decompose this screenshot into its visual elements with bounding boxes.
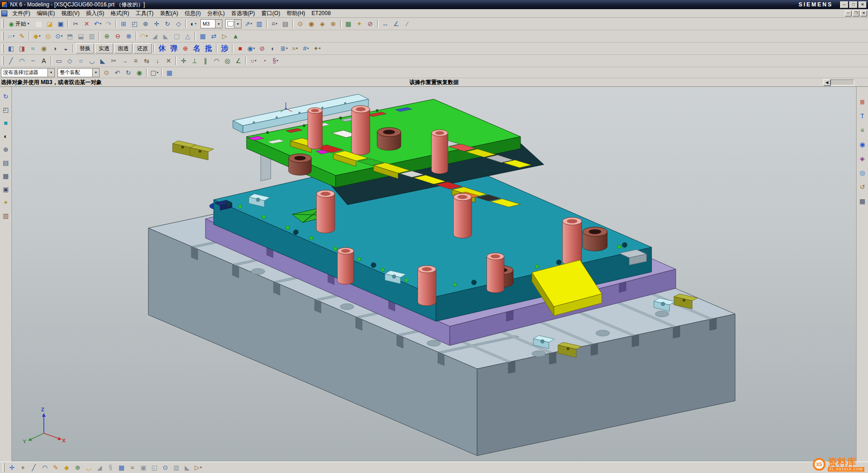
shell-icon[interactable]: ▢	[171, 31, 182, 41]
menu-et2008[interactable]: ET2008	[308, 10, 334, 17]
new-file-icon[interactable]: ▤	[33, 19, 44, 29]
helix-icon[interactable]: §▾	[270, 56, 281, 66]
fit-view-icon[interactable]: ◰	[129, 19, 140, 29]
move-face-tool-icon[interactable]: ▷▾	[193, 462, 204, 473]
pattern-feature-icon[interactable]: ▦	[197, 31, 208, 41]
menu-insert[interactable]: 插入(S)	[83, 9, 107, 18]
arc-icon[interactable]: ◠	[16, 56, 27, 66]
object-color-swatch-combo[interactable]: ▼	[225, 19, 242, 28]
snapshot-icon[interactable]: ▣	[1, 184, 11, 194]
doc-minimize-button[interactable]: ─	[845, 11, 852, 16]
assembly-constraints-icon[interactable]: #▾	[300, 43, 311, 53]
menu-assemblies[interactable]: 装配(A)	[157, 9, 181, 18]
angle-dimension-icon[interactable]: ∠	[233, 56, 244, 66]
sketch-tool-icon[interactable]: ✎	[50, 462, 61, 473]
face-translucency-button[interactable]: 面透	[114, 43, 132, 53]
point-tool-icon[interactable]: +	[17, 462, 28, 473]
rectangle-select-icon[interactable]: ▢▾	[149, 68, 160, 78]
menu-information[interactable]: 信息(I)	[181, 9, 204, 18]
fit-view-side-icon[interactable]: ◰	[1, 105, 11, 115]
reuse-library-tab[interactable]: ◉	[857, 139, 868, 149]
wcs-triad[interactable]: Z X Y	[23, 407, 66, 444]
selection-filter-combo[interactable]: 没有选择过滤器 ▼	[1, 68, 55, 77]
curvature-analysis-icon[interactable]: ≈	[27, 43, 38, 53]
toolbar-grip[interactable]	[2, 19, 4, 28]
start-button[interactable]: ◉ 开始 ▾	[5, 19, 32, 29]
subtract-icon[interactable]: ⊖	[112, 31, 123, 41]
general-selection-icon[interactable]: ▦	[164, 68, 175, 78]
show-hide-icon[interactable]: ◉▾	[246, 43, 257, 53]
perspective-icon[interactable]: ◇	[173, 19, 184, 29]
delete-icon[interactable]: ✕	[81, 19, 92, 29]
draft-icon[interactable]: ◣	[160, 31, 171, 41]
rotate-view-icon[interactable]: ↻	[162, 19, 173, 29]
edge-blend-icon[interactable]: ◠▾	[138, 31, 149, 41]
macro-name-button[interactable]: 名	[191, 43, 203, 53]
graphics-window[interactable]: Z X Y	[12, 87, 856, 462]
ruler-icon[interactable]: ∕	[402, 19, 413, 29]
thicken-tool-icon[interactable]: ▣	[138, 462, 149, 473]
fillet-icon[interactable]: ◡	[86, 56, 97, 66]
target-icon[interactable]: ⊕	[180, 43, 191, 53]
circle-icon[interactable]: ○▾	[248, 56, 259, 66]
highlight-tool-icon[interactable]: ✦	[1, 197, 11, 207]
history-tab[interactable]: ↺	[857, 182, 868, 192]
unite-icon[interactable]: ⊕	[101, 31, 112, 41]
display-sphere-icon[interactable]: ◐	[1, 131, 11, 141]
assembly-navigator-tab[interactable]: ≣	[857, 97, 868, 107]
offset-face-icon[interactable]: ▷	[219, 31, 230, 41]
chamfer-tool-icon[interactable]: ◢	[94, 462, 105, 473]
project-curve-icon[interactable]: ↓	[152, 56, 163, 66]
restore-button[interactable]: 还原	[133, 43, 152, 53]
orient-wcs-icon[interactable]: ⊕	[1, 144, 11, 154]
menu-view[interactable]: 视图(V)	[58, 9, 83, 18]
display-mode-icon[interactable]: ◑	[49, 43, 60, 53]
draft-tool-icon[interactable]: ◣	[182, 462, 193, 473]
view-layer-icon[interactable]: ▤	[280, 19, 291, 29]
select-previous-icon[interactable]: ↶	[112, 68, 123, 78]
point-icon[interactable]: ✛	[178, 56, 189, 66]
menu-edit[interactable]: 编辑(E)	[33, 9, 58, 18]
menu-format[interactable]: 格式(R)	[107, 9, 132, 18]
mirror-curve-icon[interactable]: ⇆	[141, 56, 152, 66]
menu-help[interactable]: 帮助(H)	[284, 9, 309, 18]
profile-line-icon[interactable]: ╱	[5, 56, 16, 66]
highlight-icon[interactable]: ✦	[354, 19, 365, 29]
part-navigator-tab[interactable]: ≡	[857, 125, 868, 135]
extrude-tool-icon[interactable]: ◆	[61, 462, 72, 473]
tangent-icon[interactable]: ◠	[211, 56, 222, 66]
invert-display-icon[interactable]: ◐	[268, 43, 279, 53]
rectangle-icon[interactable]: ▭	[53, 56, 64, 66]
arc-tool-icon[interactable]: ◠	[39, 462, 50, 473]
trim-body-icon[interactable]: △	[182, 31, 193, 41]
refresh-view-icon[interactable]: ↻	[1, 91, 11, 101]
hd3d-tools-tab[interactable]: ◈	[857, 154, 868, 164]
menu-tools[interactable]: 工具(T)	[132, 9, 157, 18]
line-tool-icon[interactable]: ╱	[28, 462, 39, 473]
doc-close-button[interactable]: ✕	[860, 11, 867, 16]
save-icon[interactable]: ▣	[55, 19, 66, 29]
deselect-icon[interactable]: ⊘	[365, 19, 376, 29]
notes-icon[interactable]: ▥	[1, 211, 11, 221]
revolve-icon[interactable]: ◎	[42, 31, 53, 41]
edge-blend-tool-icon[interactable]: ◡	[83, 462, 94, 473]
snap-endpoint-icon[interactable]: ◉	[306, 19, 317, 29]
intersect-curve-icon[interactable]: ✕	[163, 56, 174, 66]
thread-tool-icon[interactable]: §	[105, 462, 116, 473]
menu-analysis[interactable]: 分析(L)	[204, 9, 228, 18]
scale-tool-icon[interactable]: ◱	[149, 462, 160, 473]
wave-link-icon[interactable]: ≈▾	[289, 43, 300, 53]
reflection-analysis-icon[interactable]: ◉	[38, 43, 49, 53]
cue-scroll-track[interactable]	[831, 80, 854, 85]
instance-tool-icon[interactable]: ▦	[116, 462, 127, 473]
rib-tool-icon[interactable]: ▥	[171, 462, 182, 473]
explode-icon[interactable]: ✦▾	[311, 43, 322, 53]
open-folder-icon[interactable]: ◪	[44, 19, 55, 29]
unite-tool-icon[interactable]: ⊕	[72, 462, 83, 473]
cue-scroll-left-button[interactable]: ◀	[823, 79, 831, 86]
measure-distance-icon[interactable]: ↔	[380, 19, 391, 29]
refresh-selection-icon[interactable]: ↻	[123, 68, 134, 78]
ellipse-icon[interactable]: ○	[75, 56, 86, 66]
intersect-icon[interactable]: ⊗	[123, 31, 134, 41]
toolbar-grip[interactable]	[3, 463, 5, 472]
